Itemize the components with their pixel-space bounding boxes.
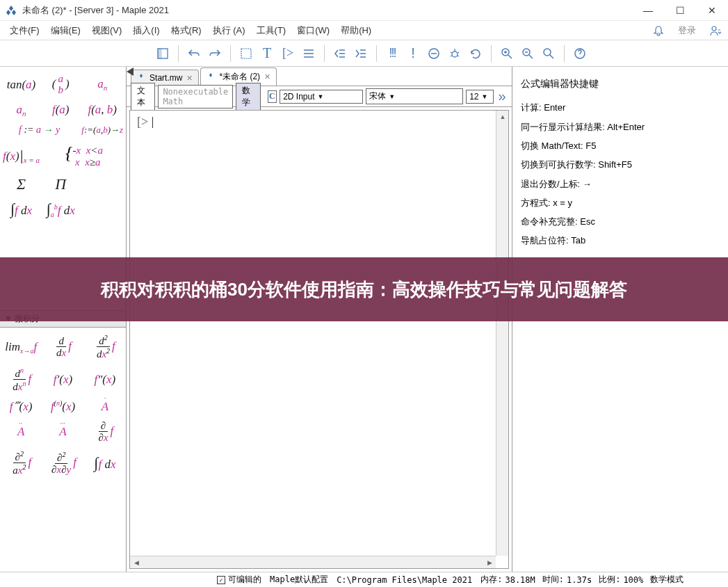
prompt-icon[interactable]: [> xyxy=(278,44,298,63)
toolbar: T [> !!! ! xyxy=(0,40,728,67)
pal-lim[interactable]: limx→af xyxy=(3,337,38,357)
expand-right-icon[interactable]: » xyxy=(496,88,508,104)
editable-checkbox[interactable]: ✓ xyxy=(217,576,225,584)
text-mode-button[interactable]: 文本 xyxy=(131,83,155,111)
status-memory: 38.18M xyxy=(505,575,535,585)
pal-d2dx2[interactable]: d2dx2f xyxy=(93,332,117,363)
format-bar: 文本 Nonexecutable Math 数学 C 2D Input▼ 宋体▼… xyxy=(127,86,512,107)
pal-fn[interactable]: f(n)(x) xyxy=(49,396,76,417)
menu-format[interactable]: 格式(R) xyxy=(165,22,207,40)
close-icon[interactable]: ✕ xyxy=(186,74,193,83)
hint-item: 同一行显示计算结果: Alt+Enter xyxy=(521,118,720,136)
refresh-icon[interactable] xyxy=(466,44,485,63)
pal-addot[interactable]: A·· xyxy=(16,422,26,442)
prompt-bracket-icon: [> xyxy=(137,115,148,129)
pal-assign1[interactable]: f := a → y xyxy=(17,122,61,138)
close-icon[interactable]: ✕ xyxy=(264,72,270,81)
menu-help[interactable]: 帮助(H) xyxy=(335,22,377,40)
pal-fprime[interactable]: f′(x) xyxy=(52,370,74,389)
app-icon xyxy=(4,3,18,17)
indent-right-icon[interactable] xyxy=(351,44,371,63)
close-button[interactable]: ✕ xyxy=(696,0,728,21)
indent-left-icon[interactable] xyxy=(330,44,350,63)
outdent-icon[interactable] xyxy=(299,44,318,63)
menu-execute[interactable]: 执行 (A) xyxy=(207,22,251,40)
pal-piecewise[interactable]: {-x x<ax x≥a xyxy=(64,140,104,171)
zoom-reset-icon[interactable] xyxy=(539,44,558,63)
pal-tan[interactable]: tan(a) xyxy=(6,75,38,95)
hint-item: 导航占位符: Tab xyxy=(521,231,720,250)
splitter-handle[interactable] xyxy=(127,67,134,76)
svg-rect-3 xyxy=(241,49,251,58)
pal-ddx[interactable]: ddxf xyxy=(53,333,73,362)
menu-window[interactable]: 窗口(W) xyxy=(291,22,335,40)
pal-sub2[interactable]: an xyxy=(15,100,28,120)
horizontal-scrollbar[interactable]: ◀ ▶ xyxy=(130,556,496,568)
zoom-out-icon[interactable] xyxy=(518,44,537,63)
statusbar: ✓ 可编辑的 Maple默认配置 C:\Program Files\Maple … xyxy=(0,572,728,587)
svg-point-8 xyxy=(544,49,551,56)
scroll-right-icon[interactable]: ▶ xyxy=(483,556,496,569)
pal-atdot[interactable]: A··· xyxy=(58,422,67,442)
c-mode-icon[interactable]: C xyxy=(268,90,277,103)
pal-empty xyxy=(101,182,104,187)
run-one-icon[interactable]: ! xyxy=(403,44,423,63)
status-config: Maple默认配置 xyxy=(270,574,328,586)
stop-icon[interactable] xyxy=(424,44,444,63)
pal-int1[interactable]: ∫f dx xyxy=(9,198,33,221)
pal-fdprime[interactable]: f″(x) xyxy=(93,370,118,389)
size-dropdown[interactable]: 12▼ xyxy=(466,90,494,104)
scroll-left-icon[interactable]: ◀ xyxy=(130,556,143,569)
pal-fa[interactable]: f(a) xyxy=(51,100,71,120)
menu-view[interactable]: 视图(V) xyxy=(86,22,127,40)
undo-icon[interactable] xyxy=(184,44,204,63)
pal-partial2xy[interactable]: ∂2∂x∂yf xyxy=(48,449,78,479)
font-dropdown[interactable]: 宋体▼ xyxy=(366,88,463,104)
menu-file[interactable]: 文件(F) xyxy=(4,22,45,40)
input-mode-dropdown[interactable]: 2D Input▼ xyxy=(280,90,363,104)
toolbar-home-icon[interactable] xyxy=(153,44,172,63)
pal-dndxn[interactable]: dndxnf xyxy=(9,364,33,396)
math-mode-button[interactable]: 数学 xyxy=(236,83,260,111)
pal-sub[interactable]: an xyxy=(96,74,108,95)
login-link[interactable]: 登录 xyxy=(672,22,702,40)
minimize-button[interactable]: — xyxy=(632,0,664,21)
text-t-icon[interactable]: T xyxy=(257,44,277,63)
worksheet-input-line[interactable]: [> xyxy=(130,111,508,134)
status-scale: 100% xyxy=(623,575,643,585)
pal-prod[interactable]: Π xyxy=(54,172,67,196)
zoom-in-icon[interactable] xyxy=(497,44,517,63)
pal-fab[interactable]: f(a, b) xyxy=(86,100,118,120)
status-editable: 可编辑的 xyxy=(228,574,261,586)
pal-binom[interactable]: (ab) xyxy=(51,71,71,99)
pal-int2[interactable]: ∫abf dx xyxy=(45,198,76,221)
pal-ftprime[interactable]: f‴(x) xyxy=(8,396,34,417)
redo-icon[interactable] xyxy=(205,44,225,63)
menu-insert[interactable]: 插入(I) xyxy=(127,22,165,40)
scroll-up-icon[interactable]: ▲ xyxy=(496,111,509,123)
pal-empty2 xyxy=(101,207,104,212)
run-all-icon[interactable]: !!! xyxy=(382,44,402,63)
vertical-scrollbar[interactable]: ▲ xyxy=(496,111,508,556)
help-icon[interactable] xyxy=(570,44,590,63)
chevron-down-icon: ▼ xyxy=(318,93,324,100)
pal-adot[interactable]: A· xyxy=(100,397,110,417)
pal-int3[interactable]: ∫f dx xyxy=(92,451,117,475)
status-memory-label: 内存: xyxy=(480,574,502,586)
select-icon[interactable] xyxy=(236,44,256,63)
calculus-palette[interactable]: limx→af ddxf d2dx2f dndxnf f′(x) f″(x) f… xyxy=(0,328,126,572)
menu-tools[interactable]: 工具(T) xyxy=(251,22,292,40)
pal-eval[interactable]: f(x)|x = a xyxy=(1,143,41,167)
pal-assign2[interactable]: f:=(a,b)→z xyxy=(80,122,124,138)
pal-partial[interactable]: ∂∂xf xyxy=(95,418,115,447)
menu-edit[interactable]: 编辑(E) xyxy=(45,22,86,40)
maximize-button[interactable]: ☐ xyxy=(664,0,696,21)
pal-sum[interactable]: Σ xyxy=(15,172,27,196)
worksheet[interactable]: [> ▲ ◀ ▶ xyxy=(129,110,509,569)
tab-label: *未命名 (2) xyxy=(219,71,260,83)
svg-rect-2 xyxy=(158,49,161,58)
bell-icon[interactable] xyxy=(650,22,667,39)
pal-partial2a[interactable]: ∂2ax2f xyxy=(9,448,33,479)
user-icon[interactable] xyxy=(707,22,724,39)
debug-icon[interactable] xyxy=(445,44,464,63)
